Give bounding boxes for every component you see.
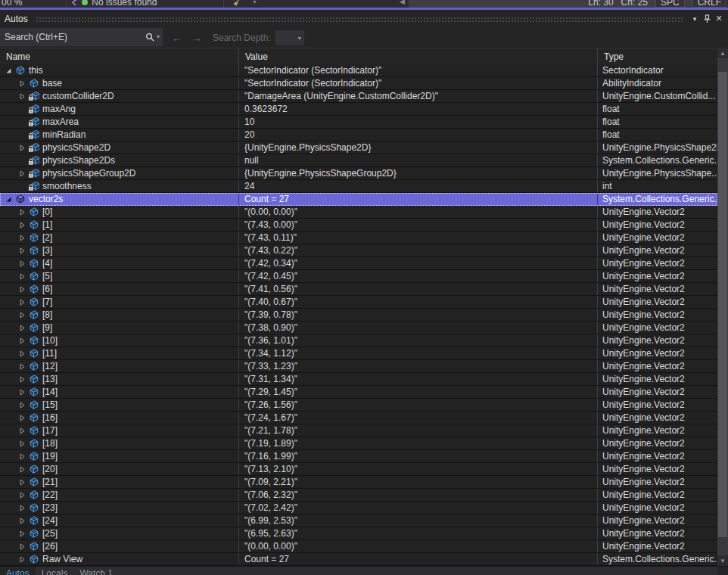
variable-value[interactable]: "(7.43, 0.00)" — [239, 219, 598, 231]
column-header-type[interactable]: Type — [598, 48, 717, 64]
variable-row[interactable]: customCollider2D "DamageArea (UnityEngin… — [0, 90, 717, 103]
variable-row[interactable]: maxArea 10 float — [0, 116, 717, 129]
zoom-level[interactable]: 00 % — [2, 0, 22, 8]
variable-value[interactable]: 24 — [239, 180, 598, 192]
variable-row[interactable]: [15] "(7.26, 1.56)" UnityEngine.Vector2 — [0, 399, 717, 412]
expander-icon[interactable] — [17, 463, 27, 475]
variable-row[interactable]: [25] "(6.95, 2.63)" UnityEngine.Vector2 — [0, 527, 717, 540]
expander-icon[interactable] — [17, 77, 27, 89]
variable-value[interactable]: "(7.41, 0.56)" — [239, 283, 598, 295]
variable-value[interactable]: Count = 27 — [239, 193, 598, 205]
tab-watch1[interactable]: Watch 1 — [73, 567, 119, 575]
variable-row[interactable]: [22] "(7.06, 2.32)" UnityEngine.Vector2 — [0, 489, 717, 502]
expander-icon[interactable] — [17, 167, 27, 179]
variable-value[interactable]: "(7.24, 1.67)" — [239, 412, 598, 424]
variable-value[interactable]: 20 — [239, 129, 598, 141]
variable-row[interactable]: [5] "(7.42, 0.45)" UnityEngine.Vector2 — [0, 270, 717, 283]
variable-value[interactable]: "(7.06, 2.32)" — [239, 489, 598, 501]
variable-row[interactable]: [8] "(7.39, 0.78)" UnityEngine.Vector2 — [0, 309, 717, 322]
scrollbar-track[interactable] — [717, 58, 728, 555]
expander-icon[interactable] — [3, 193, 14, 205]
column-header-name[interactable]: Name — [0, 48, 239, 64]
expander-icon[interactable] — [17, 360, 27, 372]
variable-value[interactable]: "(7.26, 1.56)" — [239, 399, 598, 411]
variable-row[interactable]: smoothness 24 int — [0, 180, 717, 193]
variable-row[interactable]: physicsShape2Ds null System.Collections.… — [0, 154, 717, 167]
variable-row[interactable]: base "SectorIndicator (SectorIndicator)"… — [0, 77, 717, 90]
variable-value[interactable]: "(0.00, 0.00)" — [239, 206, 598, 218]
variable-value[interactable]: "(7.38, 0.90)" — [239, 322, 598, 334]
line-indicator[interactable]: Ln: 30 — [588, 0, 613, 8]
expander-icon[interactable] — [17, 322, 27, 334]
health-status[interactable]: No issues found — [92, 0, 157, 8]
variable-value[interactable]: "(7.36, 1.01)" — [239, 334, 598, 347]
variable-row[interactable]: [1] "(7.43, 0.00)" UnityEngine.Vector2 — [0, 219, 717, 232]
expander-icon[interactable] — [17, 141, 27, 154]
search-input[interactable] — [5, 28, 137, 46]
variable-row[interactable]: Raw View Count = 27 System.Collections.G… — [0, 553, 717, 566]
variable-row[interactable]: [21] "(7.09, 2.21)" UnityEngine.Vector2 — [0, 476, 717, 489]
expander-icon[interactable] — [17, 270, 27, 282]
line-ending-indicator[interactable]: CRLF — [692, 0, 726, 8]
search-next-icon[interactable]: → — [191, 32, 202, 44]
column-indicator[interactable]: Ch: 25 — [621, 0, 648, 8]
variable-row[interactable]: [16] "(7.24, 1.67)" UnityEngine.Vector2 — [0, 412, 717, 424]
variable-row[interactable]: [26] "(0.00, 0.00)" UnityEngine.Vector2 — [0, 540, 717, 553]
variable-value[interactable]: "(7.16, 1.99)" — [239, 450, 598, 462]
scroll-down-icon[interactable]: ▼ — [717, 555, 728, 566]
variable-value[interactable]: "SectorIndicator (SectorIndicator)" — [239, 64, 598, 76]
column-header-value[interactable]: Value — [239, 48, 598, 64]
expander-icon[interactable] — [17, 450, 27, 462]
variable-row[interactable]: [4] "(7.42, 0.34)" UnityEngine.Vector2 — [0, 257, 717, 270]
variable-value[interactable]: {UnityEngine.PhysicsShapeGroup2D} — [239, 167, 598, 179]
document-health-icon[interactable] — [82, 0, 88, 5]
expander-icon[interactable] — [17, 424, 27, 437]
vertical-scrollbar[interactable]: ▲ ▼ — [717, 48, 728, 566]
scroll-left-icon[interactable]: ◀ — [400, 0, 405, 8]
expander-icon[interactable] — [17, 283, 27, 295]
close-button[interactable]: ✕ — [713, 13, 725, 25]
expander-icon[interactable] — [17, 334, 27, 347]
variable-value[interactable]: "(7.43, 0.11)" — [239, 232, 598, 244]
expander-icon[interactable] — [17, 296, 27, 308]
variable-value[interactable]: "(7.21, 1.78)" — [239, 424, 598, 437]
variable-row[interactable]: [23] "(7.02, 2.42)" UnityEngine.Vector2 — [0, 502, 717, 514]
pin-button[interactable] — [701, 13, 713, 25]
expander-icon[interactable] — [17, 154, 27, 166]
suggestion-icon[interactable] — [70, 0, 77, 6]
expander-icon[interactable] — [17, 502, 27, 514]
variable-row[interactable]: vector2s Count = 27 System.Collections.G… — [0, 193, 717, 206]
variable-row[interactable]: this "SectorIndicator (SectorIndicator)"… — [0, 64, 717, 77]
variable-value[interactable]: "(6.95, 2.63)" — [239, 527, 598, 539]
variable-row[interactable]: [0] "(0.00, 0.00)" UnityEngine.Vector2 — [0, 206, 717, 219]
expander-icon[interactable] — [17, 347, 27, 359]
scroll-up-icon[interactable]: ▲ — [717, 48, 728, 58]
variable-row[interactable]: [3] "(7.43, 0.22)" UnityEngine.Vector2 — [0, 244, 717, 257]
expander-icon[interactable] — [3, 64, 14, 76]
variable-value[interactable]: "(7.34, 1.12)" — [239, 347, 598, 359]
expander-icon[interactable] — [17, 540, 27, 552]
variable-value[interactable]: "(7.13, 2.10)" — [239, 463, 598, 475]
expander-icon[interactable] — [17, 219, 27, 231]
expander-icon[interactable] — [17, 527, 27, 539]
code-cleanup-icon[interactable] — [233, 0, 242, 7]
variable-value[interactable]: "(7.42, 0.45)" — [239, 270, 598, 282]
variable-row[interactable]: [14] "(7.29, 1.45)" UnityEngine.Vector2 — [0, 386, 717, 399]
tab-locals[interactable]: Locals — [36, 567, 74, 575]
variable-value[interactable]: "(7.40, 0.67)" — [239, 296, 598, 308]
expander-icon[interactable] — [17, 257, 27, 269]
variable-row[interactable]: [13] "(7.31, 1.34)" UnityEngine.Vector2 — [0, 373, 717, 386]
variable-value[interactable]: "(6.99, 2.53)" — [239, 514, 598, 527]
scrollbar-thumb[interactable] — [718, 72, 727, 537]
search-box[interactable]: ▾ — [0, 28, 163, 46]
expander-icon[interactable] — [17, 437, 27, 449]
variable-row[interactable]: minRadian 20 float — [0, 129, 717, 141]
variable-value[interactable]: "(7.19, 1.89)" — [239, 437, 598, 449]
expander-icon[interactable] — [17, 232, 27, 244]
variable-row[interactable]: [10] "(7.36, 1.01)" UnityEngine.Vector2 — [0, 334, 717, 347]
expander-icon[interactable] — [17, 386, 27, 398]
variable-value[interactable]: "(7.43, 0.22)" — [239, 244, 598, 256]
panel-title-bar[interactable]: Autos ▾ ✕ — [0, 10, 728, 27]
search-options-dropdown-icon[interactable]: ▾ — [157, 33, 160, 40]
variable-value[interactable]: null — [239, 154, 598, 166]
